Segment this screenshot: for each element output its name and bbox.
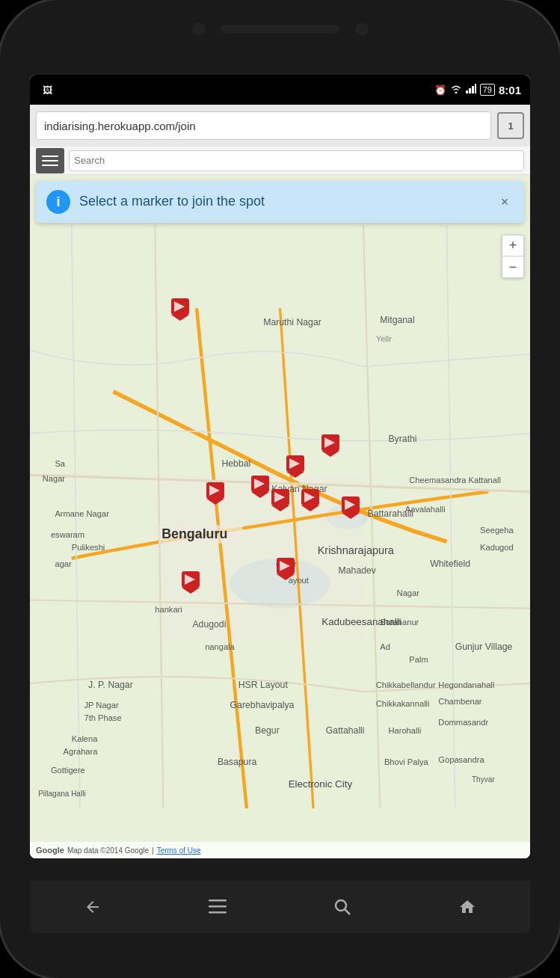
svg-text:hankari: hankari [155, 605, 182, 614]
svg-text:Harohalli: Harohalli [388, 726, 421, 735]
svg-marker-88 [277, 574, 295, 580]
svg-text:J. P. Nagar: J. P. Nagar [88, 680, 133, 690]
phone-top-area [0, 22, 560, 36]
svg-text:7th Phase: 7th Phase [84, 713, 121, 722]
browser-chrome: indiarising.herokuapp.com/join 1 [30, 105, 530, 147]
svg-text:eswaram: eswaram [51, 530, 84, 539]
map-search-input[interactable] [69, 150, 524, 171]
hamburger-line-1 [42, 156, 58, 157]
svg-marker-85 [342, 513, 360, 519]
svg-line-97 [345, 910, 351, 915]
svg-marker-91 [182, 588, 200, 594]
hamburger-menu-button[interactable] [36, 148, 64, 173]
svg-text:Hegondanahall: Hegondanahall [438, 680, 494, 689]
svg-text:JP Nagar: JP Nagar [84, 701, 119, 710]
svg-text:Gottigere: Gottigere [51, 766, 85, 775]
map-marker[interactable] [180, 571, 201, 595]
svg-marker-79 [271, 505, 289, 511]
map-roads-svg: Bengaluru Maruthi Nagar Mitganal Yellr B… [30, 175, 530, 858]
svg-text:Mahadev: Mahadev [339, 565, 377, 576]
svg-text:Dommasandr: Dommasandr [438, 718, 488, 727]
svg-text:Bengaluru: Bengaluru [161, 526, 227, 541]
map-marker[interactable] [275, 558, 296, 582]
map-marker[interactable] [285, 455, 306, 479]
svg-text:Nagar: Nagar [43, 474, 66, 483]
svg-text:Gopasandra: Gopasandra [438, 755, 484, 764]
map-attribution: Google Map data ©2014 Google | Terms of … [30, 842, 530, 858]
map-marker[interactable] [170, 298, 191, 322]
svg-text:Kadugod: Kadugod [480, 543, 514, 552]
map-container: Bengaluru Maruthi Nagar Mitganal Yellr B… [30, 175, 530, 858]
info-popup-close-button[interactable]: × [496, 193, 514, 211]
svg-text:Palm: Palm [409, 655, 428, 664]
home-button[interactable] [449, 888, 486, 926]
google-logo: Google [36, 846, 64, 855]
svg-text:Battarahalli: Battarahalli [368, 508, 413, 519]
svg-text:Hebbal: Hebbal [221, 458, 250, 469]
svg-text:Yellr: Yellr [376, 334, 393, 343]
info-popup: i Select a marker to join the spot × [36, 181, 524, 223]
zoom-in-button[interactable]: + [502, 236, 523, 256]
tab-counter[interactable]: 1 [497, 112, 524, 139]
svg-text:agar: agar [55, 559, 72, 568]
map-marker[interactable] [320, 434, 341, 458]
wifi-icon [450, 84, 462, 96]
svg-text:Chikkabellandur: Chikkabellandur [376, 680, 436, 689]
map-marker[interactable] [250, 476, 271, 499]
svg-text:nangala: nangala [205, 642, 235, 651]
back-button[interactable] [74, 888, 111, 926]
speaker-grille [221, 25, 340, 34]
map-marker[interactable] [270, 489, 291, 513]
image-icon: 🖼 [39, 82, 55, 98]
menu-button[interactable] [199, 888, 236, 926]
zoom-out-button[interactable]: − [502, 256, 523, 277]
map-marker[interactable] [205, 482, 226, 506]
browser-nav-bar [30, 881, 530, 933]
svg-text:Pulikeshi: Pulikeshi [72, 543, 105, 552]
svg-text:Krishnarajapura: Krishnarajapura [318, 544, 395, 556]
terms-link[interactable]: Terms of Use [157, 846, 201, 855]
svg-text:Ad: Ad [380, 642, 390, 651]
svg-text:Armane Nagar: Armane Nagar [55, 509, 109, 518]
svg-marker-67 [321, 451, 339, 457]
svg-text:Cheemasandra Kattanall: Cheemasandra Kattanall [409, 476, 501, 485]
map-marker[interactable] [300, 489, 321, 513]
svg-rect-95 [209, 911, 227, 914]
svg-text:Begur: Begur [255, 725, 280, 736]
svg-rect-2 [472, 86, 474, 93]
search-button[interactable] [324, 888, 361, 926]
front-camera-right [355, 22, 369, 36]
svg-text:Chikkakannalli: Chikkakannalli [376, 699, 430, 708]
svg-text:Kalena: Kalena [72, 734, 98, 743]
svg-text:Mitganal: Mitganal [380, 315, 414, 325]
svg-marker-70 [286, 472, 304, 478]
map-toolbar [30, 147, 530, 175]
svg-text:Agrahara: Agrahara [64, 747, 99, 756]
status-bar: 🖼 ⏰ [30, 75, 530, 105]
svg-rect-93 [209, 899, 227, 902]
signal-icon [466, 84, 476, 96]
hamburger-line-2 [42, 160, 58, 162]
map-marker[interactable] [340, 496, 361, 520]
alarm-icon: ⏰ [434, 84, 446, 96]
svg-text:Chambenar: Chambenar [438, 697, 482, 706]
info-icon: i [46, 190, 70, 214]
svg-rect-3 [475, 84, 476, 93]
svg-point-96 [336, 900, 346, 911]
phone-screen: 🖼 ⏰ [30, 75, 530, 858]
svg-text:Sa: Sa [55, 459, 65, 468]
svg-rect-1 [469, 88, 471, 93]
svg-text:Adugodi: Adugodi [192, 619, 226, 630]
front-camera-left [192, 22, 206, 36]
svg-text:Byrathi: Byrathi [388, 434, 416, 444]
info-popup-text: Select a marker to join the spot [79, 193, 487, 210]
hamburger-line-3 [42, 164, 58, 166]
url-text: indiarising.herokuapp.com/join [44, 120, 196, 132]
url-bar[interactable]: indiarising.herokuapp.com/join [36, 111, 491, 140]
svg-marker-76 [206, 499, 224, 505]
svg-text:Electronic City: Electronic City [289, 778, 353, 790]
svg-text:Gunjur Village: Gunjur Village [455, 642, 513, 652]
status-left-icons: 🖼 [39, 82, 55, 98]
status-right-icons: ⏰ [434, 84, 521, 96]
svg-text:Kadubeesanahalli: Kadubeesanahalli [321, 616, 401, 627]
